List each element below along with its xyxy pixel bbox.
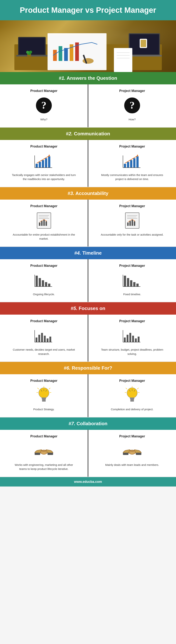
lightbulb-left-6 (35, 385, 52, 406)
svg-rect-59 (127, 222, 129, 226)
section-header-7: #7. Collaboration (0, 418, 176, 430)
footer-url: www.educba.com (74, 480, 102, 484)
svg-rect-86 (124, 338, 126, 342)
col-title-right-1: Project Manager (119, 89, 145, 93)
col-right-7: Project Manager Mainly deals with team l… (88, 430, 176, 477)
svg-point-25 (29, 50, 32, 54)
svg-rect-120 (47, 453, 53, 455)
footer: www.educba.com (0, 477, 176, 486)
icon-area-right-7 (123, 442, 141, 460)
svg-marker-35 (48, 154, 50, 156)
bar-chart-focus-right-5 (123, 328, 141, 343)
col-text-right-6: Completion and delivery of project. (111, 407, 154, 412)
svg-rect-100 (42, 400, 46, 402)
col-title-right-4: Project Manager (119, 264, 145, 268)
col-title-right-7: Project Manager (119, 434, 145, 438)
col-text-right-1: How? (129, 118, 136, 122)
svg-rect-79 (38, 335, 40, 342)
svg-rect-38 (124, 164, 126, 168)
section-header-3: #3. Accountability (0, 187, 176, 200)
svg-rect-34 (48, 156, 50, 168)
section-title-6: #6. Responsible For? (4, 365, 172, 371)
svg-marker-43 (137, 154, 138, 156)
svg-rect-91 (138, 336, 140, 342)
svg-line-103 (49, 388, 50, 389)
svg-rect-78 (35, 338, 37, 342)
handshake-left-7 (34, 442, 54, 459)
svg-rect-10 (16, 55, 47, 56)
col-text-left-4: Ongoing lifecycle. (33, 292, 55, 296)
svg-rect-89 (132, 336, 134, 342)
svg-rect-88 (129, 333, 131, 342)
svg-rect-3 (53, 50, 57, 61)
svg-rect-52 (43, 220, 45, 226)
icon-area-left-4 (35, 271, 53, 290)
handshake-right-7 (122, 442, 142, 459)
svg-rect-65 (39, 278, 41, 286)
svg-text:?: ? (41, 100, 46, 111)
col-text-right-3: Accountable only for the task or activit… (101, 233, 164, 237)
icon-area-right-6 (123, 386, 141, 404)
section-title-5: #5. Focuses on (4, 306, 172, 311)
col-left-6: Product Manager (0, 374, 88, 417)
svg-rect-119 (35, 453, 40, 455)
svg-rect-53 (45, 222, 47, 226)
svg-rect-123 (136, 453, 141, 455)
comparison-row-3: Product Manager (0, 200, 176, 247)
svg-rect-68 (48, 284, 50, 286)
bar-chart-up-left-2 (35, 154, 53, 168)
svg-rect-72 (127, 278, 129, 286)
col-right-4: Project Manager Fixed timeline. (88, 259, 176, 302)
section-header-5: #5. Focuses on (0, 302, 176, 314)
svg-rect-80 (41, 333, 43, 342)
svg-rect-110 (130, 398, 134, 399)
col-right-1: Project Manager ? How? (88, 84, 176, 127)
hero-image (0, 20, 176, 72)
question-icon-right-1: ? (124, 97, 141, 114)
col-title-left-5: Product Manager (30, 319, 57, 323)
svg-rect-33 (45, 158, 47, 168)
svg-rect-99 (42, 399, 46, 400)
svg-rect-30 (35, 164, 38, 168)
svg-rect-4 (59, 46, 62, 61)
col-title-right-3: Project Manager (119, 204, 145, 208)
lightbulb-right-6 (124, 385, 141, 406)
col-text-left-5: Customer needs, decides target end users… (12, 348, 76, 356)
icon-area-right-4 (123, 271, 141, 290)
bar-chart-focus-left-5 (35, 328, 53, 343)
col-text-right-7: Mainly deals with team leads and members… (105, 463, 159, 467)
comparison-row-4: Product Manager Ongoing lifecycle. Proje… (0, 259, 176, 302)
col-text-left-6: Product Strategy. (33, 407, 55, 412)
section-title-4: #4. Timeline (4, 250, 172, 256)
svg-rect-73 (130, 280, 132, 286)
icon-area-left-7 (35, 442, 53, 460)
timeline-chart-right-4 (123, 273, 141, 288)
svg-rect-50 (39, 222, 40, 226)
col-left-5: Product Manager Customer needs, decides … (0, 314, 88, 362)
comparison-row-7: Product Manager Wor (0, 430, 176, 477)
section-header-2: #2. Communication (0, 128, 176, 140)
col-text-right-4: Fixed timeline. (123, 292, 141, 296)
col-left-1: Product Manager ? Why? (0, 84, 88, 127)
col-title-left-7: Product Manager (30, 434, 57, 438)
svg-point-24 (26, 51, 29, 54)
svg-line-101 (37, 388, 39, 389)
svg-rect-31 (39, 162, 41, 168)
svg-rect-18 (114, 48, 132, 72)
svg-rect-62 (134, 222, 135, 226)
document-chart-right-3 (124, 212, 140, 229)
col-title-right-5: Project Manager (119, 319, 145, 323)
col-title-left-2: Product Manager (30, 144, 57, 148)
svg-rect-60 (129, 221, 131, 226)
col-right-5: Project Manager Team structure, budget, … (88, 314, 176, 362)
document-chart-left-3 (36, 212, 52, 229)
icon-area-left-1: ? (35, 96, 53, 115)
col-title-left-1: Product Manager (30, 89, 57, 93)
svg-rect-87 (127, 335, 129, 342)
svg-rect-51 (41, 221, 43, 226)
svg-rect-90 (135, 338, 137, 342)
svg-text:?: ? (130, 100, 135, 111)
col-left-7: Product Manager Wor (0, 430, 88, 477)
svg-rect-83 (49, 336, 51, 342)
svg-rect-41 (133, 158, 136, 168)
